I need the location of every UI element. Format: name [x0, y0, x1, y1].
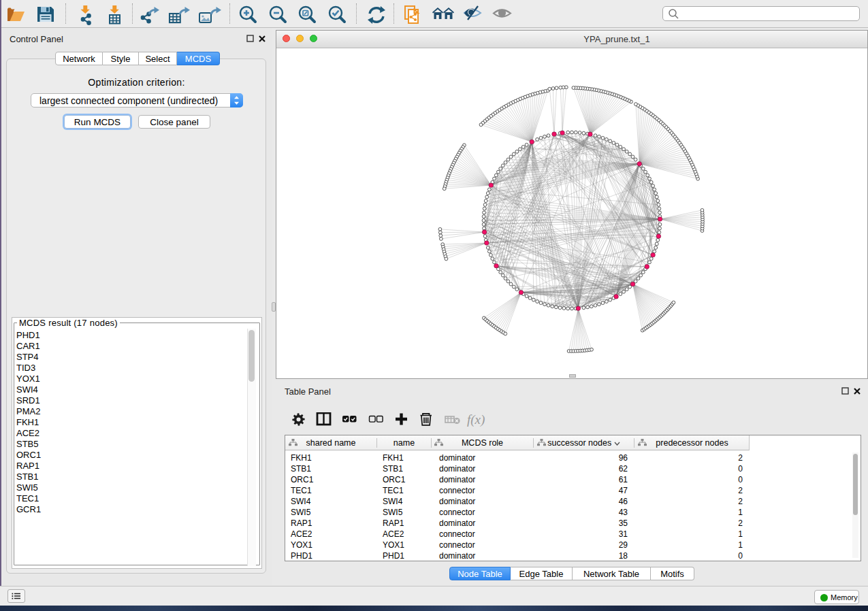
svg-text:f(x): f(x) [467, 412, 485, 427]
